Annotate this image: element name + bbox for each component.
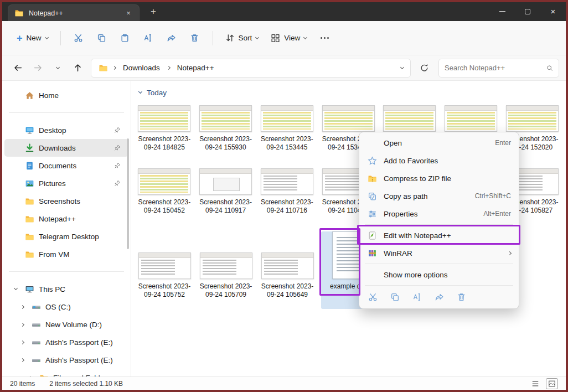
copy-button[interactable] — [91, 28, 113, 48]
sidebar-item-screenshots[interactable]: Screenshots — [4, 192, 128, 210]
sidebar-item-os-c[interactable]: OS (C:) — [11, 298, 128, 316]
menu-item-compress-to-zip[interactable]: Compress to ZIP file — [359, 169, 519, 187]
file-item[interactable]: Screenshot 2023-09-24 105709 — [198, 252, 254, 309]
paste-icon — [120, 33, 130, 43]
share-button[interactable] — [161, 28, 183, 48]
chevron-right-icon[interactable] — [20, 358, 24, 362]
chevron-right-icon[interactable] — [28, 375, 32, 376]
sidebar-item-pictures[interactable]: Pictures — [4, 174, 128, 192]
title-bar: Notepad++ — [2, 2, 566, 21]
sidebar-item-passport-e-1[interactable]: Atish's Passport (E:) — [11, 333, 128, 351]
back-button[interactable] — [9, 59, 27, 77]
address-box[interactable]: Downloads Notepad++ — [91, 59, 411, 78]
details-view-button[interactable] — [529, 378, 541, 389]
pictures-icon — [24, 178, 34, 188]
refresh-icon — [420, 63, 429, 73]
file-thumbnail — [506, 105, 559, 132]
recent-locations-button[interactable] — [49, 59, 66, 77]
group-header-today[interactable]: Today — [139, 87, 566, 97]
file-thumbnail — [138, 105, 190, 132]
new-tab-button[interactable] — [147, 6, 159, 18]
sidebar-item-desktop[interactable]: Desktop — [4, 121, 128, 139]
forward-button[interactable] — [29, 59, 47, 77]
refresh-button[interactable] — [415, 59, 433, 77]
chevron-down-icon[interactable] — [13, 286, 17, 290]
downloads-icon — [24, 143, 34, 153]
sort-button[interactable]: Sort — [220, 29, 265, 47]
file-item[interactable]: Screenshot 2023-09-24 105649 — [260, 252, 315, 309]
search-box[interactable] — [438, 59, 559, 78]
address-dropdown-chevron-icon[interactable] — [400, 65, 404, 69]
paste-button[interactable] — [114, 28, 136, 48]
sidebar-item-from-vm[interactable]: From VM — [4, 245, 128, 263]
sidebar-item-telegram-desktop[interactable]: Telegram Desktop — [4, 228, 128, 245]
view-button[interactable]: View — [265, 29, 312, 47]
up-button[interactable] — [69, 59, 86, 77]
sidebar-item-notepadpp[interactable]: Notepad++ — [4, 210, 128, 228]
thumbnail-view-icon — [548, 380, 556, 388]
sidebar-item-files-and-folders[interactable]: Files and Folders — [19, 369, 128, 376]
folder-icon — [24, 214, 34, 224]
chevron-down-icon — [303, 35, 307, 39]
copy-button[interactable] — [390, 292, 400, 302]
rename-button[interactable] — [412, 292, 422, 302]
more-options-button[interactable] — [313, 28, 335, 48]
sidebar-scrollbar[interactable] — [127, 138, 129, 249]
file-name: Screenshot 2023-09-24 105709 — [199, 282, 252, 309]
maximize-button[interactable] — [515, 2, 540, 20]
sidebar-item-home[interactable]: Home — [4, 86, 128, 104]
breadcrumb-downloads[interactable]: Downloads — [121, 62, 162, 74]
menu-item-open[interactable]: Open Enter — [359, 134, 519, 152]
thumbnail-view-button[interactable] — [546, 378, 558, 389]
file-item[interactable]: Screenshot 2023-09-24 184825 — [137, 105, 192, 162]
chevron-right-icon[interactable] — [20, 340, 24, 344]
sidebar-item-passport-e-2[interactable]: Atish's Passport (E:) — [11, 351, 128, 369]
sort-icon — [225, 33, 235, 43]
file-item[interactable]: Screenshot 2023-09-24 105752 — [137, 252, 192, 309]
explorer-tab[interactable]: Notepad++ — [8, 4, 140, 21]
navigation-pane: Home Desktop Downloads Documents — [2, 81, 131, 376]
file-thumbnail — [199, 168, 252, 195]
menu-item-copy-as-path[interactable]: Copy as path Ctrl+Shift+C — [359, 187, 519, 205]
search-input[interactable] — [445, 64, 542, 72]
sidebar-item-downloads[interactable]: Downloads — [4, 139, 128, 157]
cut-button[interactable] — [68, 28, 90, 48]
new-button[interactable]: New — [11, 30, 54, 46]
menu-item-winrar[interactable]: WinRAR — [359, 244, 519, 262]
close-tab-icon[interactable] — [123, 8, 133, 18]
rename-icon — [412, 292, 422, 302]
file-name: Screenshot 2023-09-24 184825 — [138, 135, 191, 162]
sidebar-item-documents[interactable]: Documents — [4, 157, 128, 174]
sidebar-item-new-volume-d[interactable]: New Volume (D:) — [11, 316, 128, 333]
chevron-right-icon[interactable] — [20, 322, 24, 326]
sidebar-item-this-pc[interactable]: This PC — [4, 280, 128, 298]
share-button[interactable] — [435, 292, 444, 302]
file-item[interactable]: Screenshot 2023-09-24 155930 — [198, 105, 254, 162]
search-icon — [546, 64, 553, 72]
menu-item-show-more-options[interactable]: Show more options — [359, 266, 519, 283]
minimize-button[interactable] — [489, 2, 515, 20]
folder-icon — [24, 196, 34, 206]
menu-quick-actions — [359, 287, 519, 307]
menu-item-properties[interactable]: Properties Alt+Enter — [359, 205, 519, 223]
annotation-box-selected-file — [319, 228, 360, 296]
file-item[interactable]: Screenshot 2023-09-24 110716 — [259, 168, 314, 225]
delete-button[interactable] — [457, 292, 466, 302]
menu-item-add-to-favorites[interactable]: Add to Favorites — [359, 152, 519, 169]
delete-button[interactable] — [184, 28, 206, 48]
chevron-right-icon[interactable] — [20, 305, 24, 308]
delete-icon — [190, 33, 199, 43]
empty-icon-slot — [367, 270, 377, 280]
file-item[interactable]: Screenshot 2023-09-24 150452 — [137, 168, 192, 225]
close-button[interactable] — [540, 2, 566, 20]
items-count: 20 items — [10, 380, 35, 388]
breadcrumb-notepadpp[interactable]: Notepad++ — [175, 62, 216, 74]
rename-button[interactable] — [137, 28, 159, 48]
chevron-down-icon — [44, 35, 48, 39]
file-item[interactable]: Screenshot 2023-09-24 153445 — [259, 105, 314, 162]
file-thumbnail — [445, 105, 497, 132]
delete-icon — [457, 292, 466, 302]
file-item[interactable]: Screenshot 2023-09-24 110917 — [198, 168, 254, 225]
cut-button[interactable] — [368, 292, 378, 302]
close-icon — [551, 7, 556, 16]
